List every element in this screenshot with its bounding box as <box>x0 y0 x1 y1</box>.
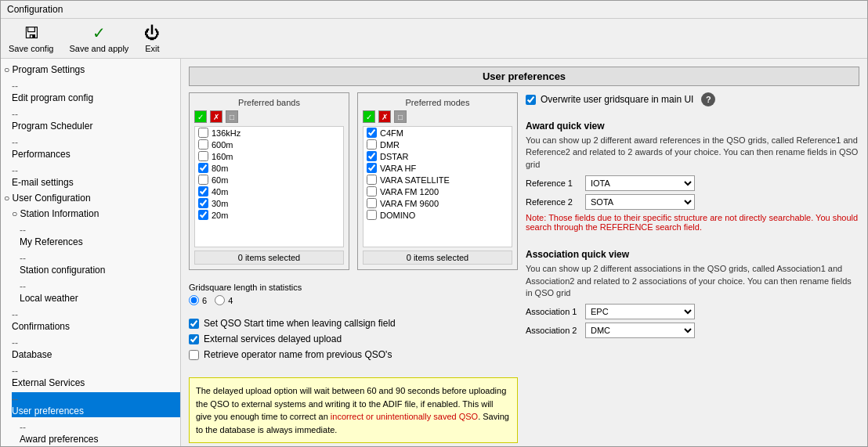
main-panel: User preferences Preferred bands ✓ ✗ □ <box>181 59 867 446</box>
mode-checkbox-vara-hf[interactable] <box>367 163 377 173</box>
sidebar-item-database[interactable]: --Database <box>1 334 180 362</box>
overwrite-gridsquare-label: Overwrite user gridsquare in main UI <box>541 94 693 105</box>
reference2-select[interactable]: SOTA IOTA POTA WWFF <box>585 194 695 210</box>
band-checkbox-40m[interactable] <box>198 186 208 196</box>
band-item-160m: 160m <box>195 150 343 162</box>
band-item-20m: 20m <box>195 209 343 221</box>
mode-label-c4fm: C4FM <box>380 128 403 138</box>
exit-label: Exit <box>145 44 159 53</box>
mode-item-domino: DOMINO <box>363 209 512 221</box>
modes-selected-count: 0 items selected <box>363 251 512 265</box>
modes-invert-btn[interactable]: □ <box>394 110 407 123</box>
reference1-label: Reference 1 <box>526 178 580 188</box>
mode-label-domino: DOMINO <box>380 211 415 220</box>
band-checkbox-80m[interactable] <box>198 163 208 173</box>
gridsquare-4-text: 4 <box>228 296 233 305</box>
preferred-bands-box: Preferred bands ✓ ✗ □ 136kHz <box>189 92 349 270</box>
qso-start-row: Set QSO Start time when leaving callsign… <box>189 318 518 329</box>
award-quick-view-title: Award quick view <box>526 121 859 132</box>
preferred-bands-title: Preferred bands <box>194 98 344 107</box>
sidebar-item-my-references[interactable]: --My References <box>1 222 180 250</box>
exit-icon: ⏻ <box>144 24 160 42</box>
panel-title: User preferences <box>189 67 859 86</box>
save-config-icon: 🖫 <box>24 24 39 42</box>
modes-select-all-btn[interactable]: ✓ <box>363 110 375 123</box>
band-item-40m: 40m <box>195 186 343 197</box>
mode-checkbox-vara-fm-9600[interactable] <box>367 198 377 208</box>
mode-checkbox-vara-fm-1200[interactable] <box>367 186 377 196</box>
mode-item-c4fm: C4FM <box>363 127 512 139</box>
retrieve-operator-checkbox[interactable] <box>189 350 199 360</box>
association1-row: Association 1 EPC DMC <box>526 304 859 319</box>
band-checkbox-30m[interactable] <box>198 198 208 208</box>
help-icon[interactable]: ? <box>701 92 715 106</box>
band-checkbox-20m[interactable] <box>198 210 208 220</box>
sidebar-item-edit-program-config[interactable]: --Edit program config <box>1 78 180 106</box>
mode-label-dmr: DMR <box>380 140 400 150</box>
sidebar-item-program-settings[interactable]: ○ Program Settings <box>1 62 180 78</box>
sidebar-item-confirmations[interactable]: --Confirmations <box>1 306 180 334</box>
mode-item-dstar: DSTAR <box>363 150 512 162</box>
sidebar-item-program-scheduler[interactable]: --Program Scheduler <box>1 106 180 134</box>
sidebar-item-station-configuration[interactable]: --Station configuration <box>1 250 180 278</box>
mode-checkbox-c4fm[interactable] <box>367 128 377 138</box>
band-label-40m: 40m <box>212 187 228 196</box>
mode-checkbox-dmr[interactable] <box>367 139 377 150</box>
save-config-button[interactable]: 🖫 Save config <box>9 24 53 53</box>
qso-start-label: Set QSO Start time when leaving callsign… <box>204 318 396 329</box>
save-apply-button[interactable]: ✓ Save and apply <box>69 23 128 53</box>
band-checkbox-160m[interactable] <box>198 151 208 161</box>
mode-checkbox-dstar[interactable] <box>367 151 377 161</box>
band-item-30m: 30m <box>195 197 343 209</box>
external-upload-checkbox[interactable] <box>189 334 199 344</box>
band-checkbox-60m[interactable] <box>198 175 208 185</box>
external-upload-label: External services delayed upload <box>204 333 342 344</box>
band-label-136khz: 136kHz <box>212 128 241 138</box>
mode-item-vara-hf: VARA HF <box>363 162 512 174</box>
info-text-highlight: incorrect or unintentionally saved QSO <box>331 412 478 421</box>
award-note: Note: Those fields due to their specific… <box>526 213 859 232</box>
mode-item-vara-satellite: VARA SATELLITE <box>363 174 512 186</box>
preferred-modes-title: Preferred modes <box>363 98 512 107</box>
exit-button[interactable]: ⏻ Exit <box>144 24 160 53</box>
bands-select-all-btn[interactable]: ✓ <box>194 110 207 123</box>
association-quick-view: Association quick view You can show up 2… <box>526 243 859 341</box>
band-checkbox-136khz[interactable] <box>198 128 208 138</box>
mode-item-vara-fm-1200: VARA FM 1200 <box>363 186 512 197</box>
gridsquare-radio-group: 6 4 <box>189 295 518 305</box>
sidebar-item-award-preferences[interactable]: --Award preferences <box>1 419 180 446</box>
main-inner: Preferred bands ✓ ✗ □ 136kHz <box>189 92 859 443</box>
association2-select[interactable]: DMC EPC <box>585 323 695 338</box>
sidebar-item-performances[interactable]: --Performances <box>1 134 180 162</box>
sidebar-item-local-weather[interactable]: --Local weather <box>1 278 180 306</box>
band-label-600m: 600m <box>212 140 233 150</box>
bands-modes-row: Preferred bands ✓ ✗ □ 136kHz <box>189 92 518 270</box>
reference2-label: Reference 2 <box>526 197 580 207</box>
external-upload-row: External services delayed upload <box>189 333 518 344</box>
right-panel: Overwrite user gridsquare in main UI ? A… <box>526 92 859 443</box>
window-title: Configuration <box>7 4 63 15</box>
gridsquare-6-radio[interactable] <box>189 295 199 305</box>
band-label-80m: 80m <box>212 164 228 173</box>
mode-checkbox-vara-satellite[interactable] <box>367 175 377 185</box>
association1-select[interactable]: EPC DMC <box>585 304 695 319</box>
modes-deselect-all-btn[interactable]: ✗ <box>378 110 391 123</box>
qso-start-checkbox[interactable] <box>189 319 199 329</box>
band-label-60m: 60m <box>212 175 228 185</box>
save-apply-icon: ✓ <box>92 23 106 42</box>
sidebar-item-external-services[interactable]: --External Services <box>1 362 180 391</box>
bands-invert-btn[interactable]: □ <box>226 110 238 123</box>
left-preferences: Preferred bands ✓ ✗ □ 136kHz <box>189 92 518 443</box>
gridsquare-4-radio[interactable] <box>215 295 225 305</box>
band-checkbox-600m[interactable] <box>198 139 208 150</box>
overwrite-gridsquare-checkbox[interactable] <box>526 95 536 105</box>
band-label-30m: 30m <box>212 199 228 208</box>
sidebar-item-email-settings[interactable]: --E-mail settings <box>1 162 180 190</box>
sidebar-item-station-information[interactable]: ○ Station Information <box>1 206 180 222</box>
bands-deselect-all-btn[interactable]: ✗ <box>210 110 222 123</box>
bands-mini-toolbar: ✓ ✗ □ <box>194 110 344 123</box>
mode-checkbox-domino[interactable] <box>367 210 377 220</box>
sidebar-item-user-configuration[interactable]: ○ User Configuration <box>1 190 180 206</box>
reference1-select[interactable]: IOTA SOTA POTA WWFF <box>585 175 695 191</box>
sidebar-item-user-preferences[interactable]: --User preferences <box>1 391 180 419</box>
